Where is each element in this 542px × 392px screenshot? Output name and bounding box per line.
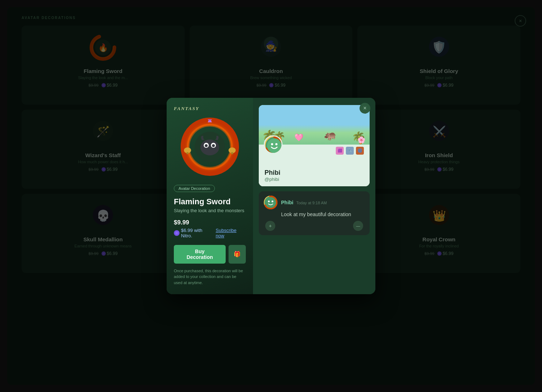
profile-preview-card: 🌴 🌴 🌴 🦛 🩷 🌸 (259, 105, 370, 186)
badge-tools: 🔧 (346, 147, 354, 155)
modal-decoration-image (177, 114, 242, 179)
subscribe-now-link[interactable]: Subscribe now (216, 228, 246, 238)
flower-right: 🌸 (357, 136, 365, 144)
gift-button[interactable]: 🎁 (229, 245, 246, 264)
chat-timestamp: Today at 9:18 AM (296, 201, 327, 205)
modal-left-panel: FANTASY (167, 98, 253, 295)
decoration-modal: × FANTASY (167, 98, 375, 295)
float-toy: 🩷 (294, 133, 303, 142)
purchase-note: Once purchased, this decoration will be … (174, 268, 246, 286)
nitro-badge-icon (174, 230, 180, 236)
svg-point-21 (200, 140, 219, 155)
modal-category-tag: Avatar Decoration (174, 185, 215, 192)
chat-meta: Phibi Today at 9:18 AM (281, 200, 327, 205)
modal-backdrop: × FANTASY (0, 0, 542, 392)
badge-icon-1: 🟪 (338, 149, 342, 152)
chat-header: Phibi Today at 9:18 AM (264, 196, 365, 209)
modal-button-row: Buy Decoration 🎁 (174, 245, 246, 264)
svg-point-24 (205, 144, 208, 147)
badge-icon-2: 🔧 (348, 149, 352, 152)
svg-point-34 (271, 143, 273, 145)
badge-icon-3: 🌀 (358, 149, 362, 152)
badge-blender: 🌀 (356, 147, 364, 155)
svg-point-30 (231, 152, 233, 154)
modal-price-nitro: $6.99 with Nitro. Subscribe now (174, 228, 246, 238)
chat-bubble: Phibi Today at 9:18 AM Look at my beauti… (259, 191, 370, 235)
chat-reaction-button[interactable]: — (353, 221, 363, 231)
svg-point-38 (272, 200, 274, 202)
svg-point-35 (275, 143, 277, 145)
plus-icon: + (269, 223, 272, 229)
chat-avatar (264, 196, 277, 209)
svg-point-33 (267, 138, 281, 153)
svg-point-25 (212, 144, 215, 147)
profile-name-area: Phibi @phibi (259, 158, 370, 186)
svg-point-37 (268, 200, 270, 202)
chat-add-button[interactable]: + (265, 221, 275, 231)
profile-name: Phibi (265, 169, 364, 177)
modal-close-icon: × (363, 105, 366, 111)
modal-price-original: $9.99 (174, 219, 189, 226)
elephant-float: 🦛 (324, 129, 337, 141)
modal-body: FANTASY (167, 98, 375, 295)
chat-actions: + — (264, 221, 365, 231)
chat-username: Phibi (281, 200, 293, 205)
modal-close-button[interactable]: × (360, 103, 370, 114)
profile-avatar (264, 135, 283, 154)
modal-right-panel: 🌴 🌴 🌴 🦛 🩷 🌸 (253, 98, 375, 295)
chat-message: Look at my beautiful decoration (281, 211, 365, 217)
svg-point-31 (186, 152, 189, 154)
gift-icon: 🎁 (234, 251, 241, 257)
profile-handle: @phibi (265, 177, 364, 182)
minus-icon: — (356, 224, 360, 228)
modal-item-desc: Slaying the look and the monsters (174, 208, 244, 213)
fantasy-label: FANTASY (174, 105, 199, 111)
modal-item-title: Flaming Sword (174, 197, 231, 206)
nitro-price-text: $6.99 with Nitro. (181, 228, 214, 238)
badge-pink: 🟪 (336, 147, 344, 155)
profile-avatar-area: 🟪 🔧 🌀 (259, 145, 370, 158)
buy-decoration-button[interactable]: Buy Decoration (174, 245, 226, 264)
